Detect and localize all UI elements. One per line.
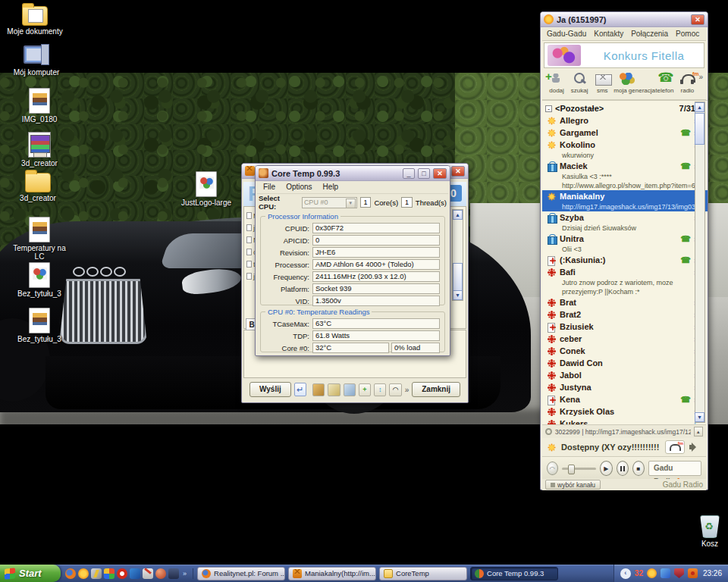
contact-dawid-con[interactable]: Dawid Con↕ (545, 357, 695, 369)
menu-gadu-gadu[interactable]: Gadu-Gadu (547, 30, 586, 39)
contact-maciek[interactable]: Maciek☎↕ (545, 160, 695, 172)
menu-polaczenia[interactable]: Połączenia (631, 30, 668, 39)
tray-msn-icon[interactable] (661, 568, 670, 578)
volume-slider[interactable] (562, 464, 597, 473)
desktop-icon-moje-dokumenty[interactable]: Moje dokumenty (6, 6, 64, 36)
chat-scroll-up-icon[interactable]: ▲ (453, 210, 463, 220)
menu-file[interactable]: File (263, 183, 275, 192)
start-button[interactable]: Start (0, 565, 61, 582)
menu-kontakty[interactable]: Kontakty (594, 30, 623, 39)
desktop-icon-3d-creator[interactable]: 3d_creator (11, 132, 68, 167)
image-tool-icon[interactable] (312, 383, 325, 396)
play-button[interactable]: ▶ (600, 461, 612, 476)
contact-kasiunia[interactable]: (:Kasiunia:)☎↕ (545, 254, 695, 266)
stop-button[interactable]: ■ (632, 461, 645, 476)
toolbar-overflow[interactable]: » (698, 71, 703, 81)
list-scroll-down-icon[interactable]: ▼ (695, 412, 704, 422)
contact-bafi[interactable]: Bafi↕ (545, 266, 695, 278)
contact-brat[interactable]: Brat↕ (545, 296, 695, 308)
chat-toolbar-overflow[interactable]: » (405, 386, 410, 394)
gg-ad-banner[interactable]: Konkurs Fitella (544, 42, 704, 68)
contact-conek[interactable]: Conek↕ (545, 345, 695, 357)
group-header[interactable]: - <Pozostałe> 7/31 (545, 102, 695, 114)
channel-select-button[interactable]: wybór kanału (545, 480, 601, 490)
quick-launch-opera-icon[interactable] (117, 568, 127, 579)
contact-gargamel[interactable]: Gargamel☎↕ (545, 127, 695, 139)
contact-unitra[interactable]: Unitra☎↕ (545, 233, 695, 245)
contact-kukers[interactable]: Kukers↕ (545, 418, 695, 424)
cpu-select-dropdown[interactable]: CPU #0 (302, 197, 357, 208)
contact-szyba[interactable]: Szyba↕ (545, 211, 695, 224)
speaker-icon[interactable] (689, 442, 701, 452)
taskbar-button-realitynet-pl-forum[interactable]: Realitynet.pl: Forum ... (197, 567, 285, 580)
desktop-icon-img-0180[interactable]: IMG_0180 (11, 88, 68, 124)
contact-kena[interactable]: Kena☎↕ (545, 393, 695, 405)
contact-allegro[interactable]: Allegro↕ (545, 114, 695, 127)
quick-launch-winamp-icon[interactable] (91, 568, 102, 579)
contact-kokolino[interactable]: Kokolino↕ (545, 139, 695, 151)
desktop-icon-bez-tytu-u-3[interactable]: Bez_tytułu_3 (11, 262, 68, 298)
pause-button[interactable] (617, 461, 629, 476)
tray-shield-icon[interactable] (674, 568, 684, 578)
quick-launch-media-icon[interactable] (104, 568, 115, 579)
contact-justyna[interactable]: Justyna↕ (545, 381, 695, 393)
coretemp-maximize-button[interactable]: □ (418, 168, 430, 179)
quick-launch-overflow[interactable]: » (181, 570, 188, 577)
contact-ceber[interactable]: ceber↕ (545, 333, 695, 345)
contact-list-scrollbar[interactable]: ▲ ▼ (695, 102, 705, 423)
list-scroll-up-icon[interactable]: ▲ (695, 102, 704, 112)
chat-scroll-down-icon[interactable]: ▼ (453, 290, 463, 300)
gg-titlebar[interactable]: Ja (6151997) ✕ (541, 12, 708, 27)
info-bar-up-icon[interactable]: ▲ (694, 427, 703, 436)
sms-button[interactable]: sms (591, 71, 613, 94)
desktop-icon-3d-creator[interactable]: 3d_creator (9, 173, 67, 202)
quick-launch-msn-icon[interactable] (130, 568, 140, 579)
coretemp-titlebar[interactable]: Core Temp 0.99.3 _ □ ✕ (256, 166, 450, 181)
contact-maniakalny[interactable]: Maniakalny↕ (542, 190, 708, 202)
desktop-icon-m-j-komputer[interactable]: Mój komputer (8, 44, 65, 77)
add-contact-tool-icon[interactable]: + (359, 383, 371, 396)
menu-help[interactable]: Help (323, 183, 339, 192)
menu-options[interactable]: Options (286, 183, 312, 192)
close-chat-button[interactable]: Zamknij (412, 382, 460, 397)
send-enter-icon[interactable]: ↵ (294, 383, 306, 396)
taskbar-button-coretemp[interactable]: CoreTemp (379, 567, 467, 580)
collapse-group-icon[interactable]: - (545, 105, 552, 112)
quick-launch-pencil-icon[interactable] (143, 568, 153, 579)
desktop-icon-bez-tytu-u-3-2[interactable]: Bez_tytułu_3 (11, 308, 68, 343)
chat-scrollbar[interactable]: ▲ ▼ (452, 209, 463, 301)
contact-list[interactable]: - <Pozostałe> 7/31 Allegro↕Gargamel☎↕Kok… (542, 100, 708, 424)
edit-tool-icon[interactable] (344, 383, 356, 396)
status-text[interactable]: Dostępny (XY ozy!!!!!!!!!! ...) (561, 443, 661, 452)
coretemp-minimize-button[interactable]: _ (403, 168, 415, 179)
tray-chevron-icon[interactable]: ‹ (620, 568, 631, 579)
radio-button[interactable]: radio (676, 71, 698, 94)
radio-headphones-knob[interactable]: ◠ (547, 462, 558, 475)
contact-brat2[interactable]: Brat2↕ (545, 308, 695, 321)
add-contact-button[interactable]: dodaj (545, 71, 568, 94)
desktop-icon-justlogo-large[interactable]: JustLogo-large (177, 171, 235, 207)
radio-tool-icon[interactable]: ◠ (389, 383, 401, 396)
search-button[interactable]: szukaj (568, 71, 591, 94)
quick-launch-app-icon[interactable] (168, 568, 179, 579)
telefon-button[interactable]: telefon (653, 71, 676, 94)
desktop-icon-kosz[interactable]: Kosz (681, 515, 728, 548)
list-scroll-thumb[interactable] (695, 113, 704, 145)
coretemp-window[interactable]: Core Temp 0.99.3 _ □ ✕ File Options Help… (255, 165, 450, 356)
gg-status-bar[interactable]: Dostępny (XY ozy!!!!!!!!!! ...) (542, 438, 706, 456)
contact-bziusiek[interactable]: Bziusiek↕ (545, 321, 695, 333)
menu-pomoc[interactable]: Pomoc (676, 30, 699, 39)
quick-launch-firefox-icon[interactable] (65, 568, 76, 579)
quick-launch-ball-icon[interactable] (155, 568, 166, 579)
contact-krzysiek-olas[interactable]: Krzysiek Olas↕ (545, 405, 695, 418)
taskbar-button-core-temp-0-99-3[interactable]: Core Temp 0.99.3 (470, 567, 558, 580)
gg-window[interactable]: Ja (6151997) ✕ Gadu-Gadu Kontakty Połącz… (540, 11, 708, 490)
gg-profile-tool-icon[interactable]: ↕ (374, 383, 386, 396)
moja-generacja-button[interactable]: moja generacja (613, 71, 653, 94)
taskbar-button-maniakalny-http-im[interactable]: Maniakalny(http://im... (288, 567, 376, 580)
coretemp-close-button[interactable]: ✕ (433, 168, 447, 179)
archive-tool-icon[interactable] (328, 383, 340, 396)
chat-close-button[interactable]: ✕ (451, 166, 465, 177)
gg-close-button[interactable]: ✕ (691, 14, 704, 25)
quick-launch-gg-icon[interactable] (78, 568, 89, 579)
